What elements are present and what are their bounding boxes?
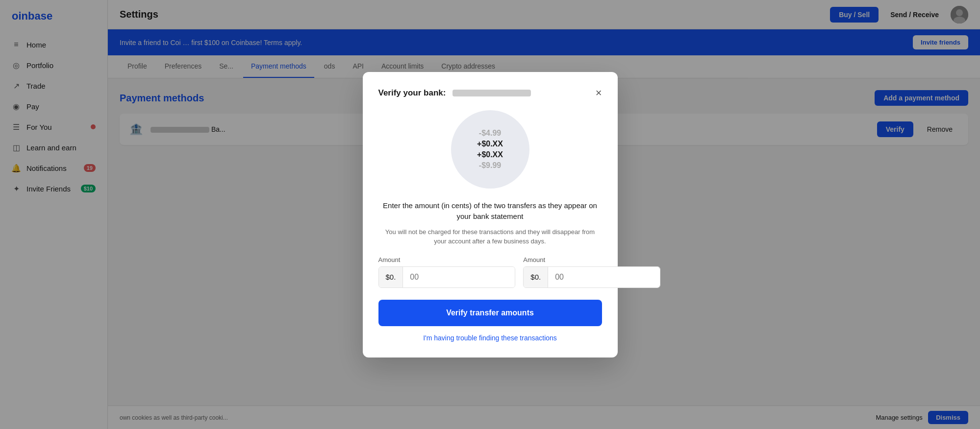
amount-positive-2: +$0.XX [477,150,503,159]
amount-prefix-1: $0. [379,267,403,287]
amount-label-2: Amount [523,256,660,263]
bank-title-blurred [452,90,531,96]
description-sub: You will not be charged for these transa… [378,227,602,246]
modal-title: Verify your bank: [378,88,531,98]
verify-bank-modal: Verify your bank: × -$4.99 +$0.XX +$0.XX… [363,72,618,358]
amount-negative-2: -$9.99 [479,161,501,170]
modal-close-button[interactable]: × [596,88,602,98]
modal-description: Enter the amount (in cents) of the two t… [378,200,602,246]
transfer-amounts-graphic: -$4.99 +$0.XX +$0.XX -$9.99 [451,110,529,189]
amount-label-1: Amount [378,256,516,263]
trouble-link[interactable]: I'm having trouble finding these transac… [378,334,602,342]
amount-group-1: Amount $0. [378,256,516,288]
amount-input-2[interactable] [548,267,660,287]
modal-header: Verify your bank: × [378,88,602,98]
amount-prefix-2: $0. [524,267,548,287]
verify-transfer-button[interactable]: Verify transfer amounts [378,300,602,326]
amount-input-1[interactable] [403,267,515,287]
amount-negative-1: -$4.99 [479,129,501,138]
amount-input-wrap-2: $0. [523,266,660,288]
amount-group-2: Amount $0. [523,256,660,288]
amount-input-wrap-1: $0. [378,266,516,288]
modal-overlay[interactable]: Verify your bank: × -$4.99 +$0.XX +$0.XX… [0,0,980,429]
amount-positive-1: +$0.XX [477,140,503,148]
description-main: Enter the amount (in cents) of the two t… [378,200,602,222]
amounts-row: Amount $0. Amount $0. [378,256,602,288]
